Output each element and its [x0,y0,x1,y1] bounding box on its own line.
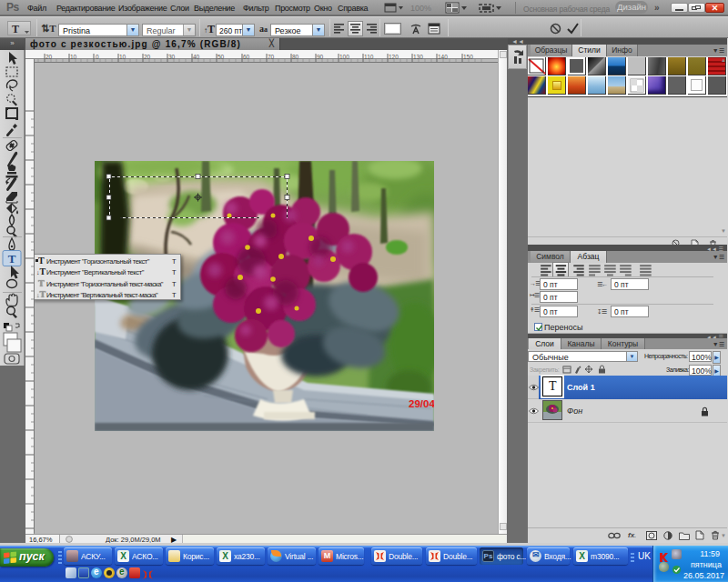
svg-text:10: 10 [70,54,77,60]
svg-text:70: 70 [268,54,275,60]
svg-text:10: 10 [119,54,126,60]
svg-text:100: 100 [339,54,349,60]
svg-text:40: 40 [193,54,200,60]
svg-text:140: 140 [438,54,448,60]
svg-text:30: 30 [168,54,176,60]
svg-text:T: T [8,252,16,266]
svg-text:90: 90 [317,54,324,60]
svg-text:150: 150 [463,54,473,60]
svg-text:20: 20 [144,54,151,60]
svg-text:20: 20 [46,54,53,60]
svg-text:80: 80 [292,54,299,60]
svg-text:120: 120 [389,54,399,60]
svg-text:130: 130 [413,54,423,60]
svg-text:0: 0 [96,54,99,60]
svg-text:110: 110 [364,54,374,60]
svg-text:50: 50 [217,54,225,60]
svg-text:60: 60 [243,54,250,60]
